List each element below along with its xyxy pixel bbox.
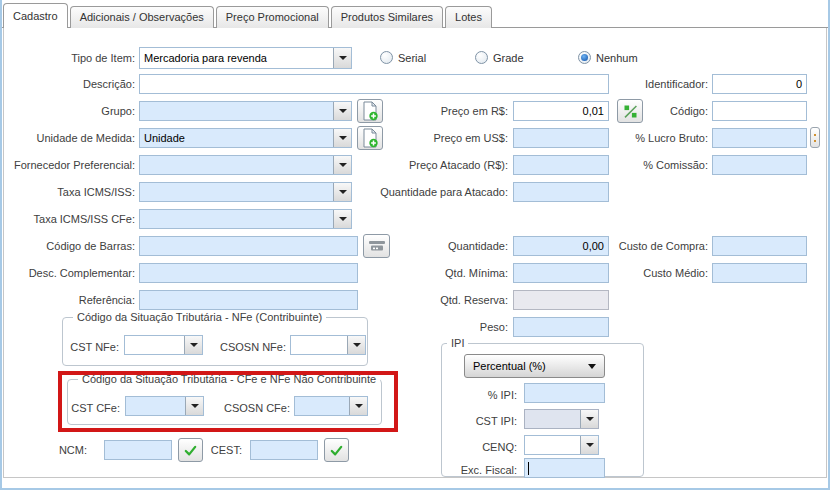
grupo-select[interactable] [139,101,352,121]
codigo-input[interactable] [712,101,807,121]
product-registration-window: Cadastro Adicionais / Observações Preço … [0,0,830,490]
ipi-mode-select[interactable]: Percentual (%) [464,354,605,378]
ipi-percent-input[interactable] [524,383,605,403]
custo-compra-input[interactable] [712,236,807,256]
page-border-right [826,28,827,477]
fornecedor-preferencial-select[interactable] [139,155,352,175]
radio-nenhum-label: Nenhum [596,51,638,65]
tipo-de-item-value: Mercadoria para revenda [144,52,267,64]
referencia-input[interactable] [139,290,358,310]
csosn-cfe-select[interactable] [294,396,368,416]
custo-medio-input[interactable] [712,263,807,283]
cst-ipi-label: CST IPI: [447,411,517,431]
codigo-label: Código: [575,101,708,121]
chevron-down-icon[interactable] [333,48,351,68]
comissao-input[interactable] [712,155,807,175]
custo-compra-label: Custo de Compra: [575,236,708,256]
tab-preco-promocional[interactable]: Preço Promocional [216,6,329,28]
check-icon [329,443,344,458]
csosn-cfe-label: CSOSN CFe: [214,398,290,418]
qtd-minima-label: Qtd. Mínima: [330,263,508,283]
ipi-percent-label: % IPI: [447,385,517,405]
radio-grade[interactable] [475,51,488,64]
chevron-down-icon[interactable] [580,410,598,428]
ipi-group-title: IPI [447,336,468,350]
qtd-atacado-label: Quantidade para Atacado: [330,182,508,202]
tab-adicionais-observacoes[interactable]: Adicionais / Observações [70,6,214,28]
fornecedor-preferencial-label: Fornecedor Preferencial: [0,155,135,175]
qtd-reserva-input [513,290,609,310]
codigo-de-barras-label: Código de Barras: [0,236,135,256]
cst-ipi-select[interactable] [524,409,599,429]
tab-lotes[interactable]: Lotes [445,6,492,28]
taxa-icms-iss-cfe-select[interactable] [139,209,352,229]
preco-atacado-label: Preço Atacado (R$): [330,155,508,175]
cenq-label: CENQ: [447,437,517,457]
nfe-contribuinte-group-title: Código da Situação Tributária - NFe (Con… [73,310,326,324]
cest-label: CEST: [182,440,242,460]
tab-produtos-similares[interactable]: Produtos Similares [331,6,443,28]
chevron-down-icon[interactable] [333,210,351,228]
nfe-contribuinte-group: Código da Situação Tributária - NFe (Con… [62,317,368,366]
chevron-down-icon[interactable] [580,436,598,454]
quantidade-label: Quantidade: [330,236,508,256]
ipi-group: IPI Percentual (%) % IPI: CST IPI: CENQ:… [441,343,644,477]
grupo-label: Grupo: [0,101,135,121]
cst-nfe-label: CST NFe: [67,337,119,357]
ncm-input[interactable] [104,440,172,460]
cenq-select[interactable] [524,435,599,455]
chevron-down-icon[interactable] [184,336,202,354]
ncm-label: NCM: [40,440,87,460]
unidade-de-medida-label: Unidade de Medida: [0,128,135,148]
radio-nenhum[interactable] [578,51,591,64]
cest-input[interactable] [250,440,318,460]
csosn-nfe-select[interactable] [290,335,366,355]
lucro-bruto-input[interactable] [712,128,807,148]
taxa-icms-iss-cfe-label: Taxa ICMS/ISS CFe: [0,209,135,229]
descricao-input[interactable] [139,74,609,94]
tipo-de-item-label: Tipo de Item: [0,48,135,68]
taxa-icms-iss-label: Taxa ICMS/ISS: [0,182,135,202]
cfe-nao-contribuinte-group-title: Código da Situação Tributária - CFe e NF… [78,372,380,386]
taxa-icms-iss-select[interactable] [139,182,352,202]
unidade-de-medida-select[interactable]: Unidade [139,128,352,148]
chevron-down-icon [588,364,596,369]
tipo-de-item-select[interactable]: Mercadoria para revenda [139,47,352,69]
peso-input[interactable] [513,317,609,337]
chevron-down-icon[interactable] [347,336,365,354]
text-cursor [528,462,529,475]
grip-dots-icon [814,134,816,136]
radio-selected-dot [581,54,588,61]
exc-fiscal-input[interactable] [524,458,605,478]
custo-medio-label: Custo Médio: [575,263,708,283]
lucro-bruto-label: % Lucro Bruto: [575,128,708,148]
tab-bar: Cadastro Adicionais / Observações Preço … [3,4,494,28]
identificador-label: Identificador: [575,74,708,94]
page-border-bottom [3,477,827,478]
cst-nfe-select[interactable] [124,335,203,355]
cst-cfe-select[interactable] [125,396,204,416]
qtd-reserva-label: Qtd. Reserva: [330,290,508,310]
chevron-down-icon[interactable] [185,397,203,415]
cfe-nao-contribuinte-group: Código da Situação Tributária - CFe e NF… [67,379,382,425]
ipi-mode-value: Percentual (%) [473,360,546,372]
unidade-de-medida-value: Unidade [144,132,185,144]
tab-cadastro[interactable]: Cadastro [3,3,68,28]
radio-grade-label: Grade [493,51,524,65]
desc-complementar-input[interactable] [139,263,358,283]
chevron-down-icon[interactable] [349,397,367,415]
preco-rs-label: Preço em R$: [330,101,508,121]
cest-validate-button[interactable] [324,438,349,462]
csosn-nfe-label: CSOSN NFe: [211,337,286,357]
qtd-atacado-input[interactable] [513,182,609,202]
radio-serial[interactable] [380,51,393,64]
lucro-bruto-expand-button[interactable] [810,127,820,148]
cst-cfe-label: CST CFe: [68,398,120,418]
identificador-input[interactable]: 0 [712,74,807,94]
exc-fiscal-label: Exc. Fiscal: [447,460,517,480]
referencia-label: Referência: [0,290,135,310]
desc-complementar-label: Desc. Complementar: [0,263,135,283]
comissao-label: % Comissão: [575,155,708,175]
codigo-de-barras-input[interactable] [139,236,358,256]
descricao-label: Descrição: [0,74,135,94]
